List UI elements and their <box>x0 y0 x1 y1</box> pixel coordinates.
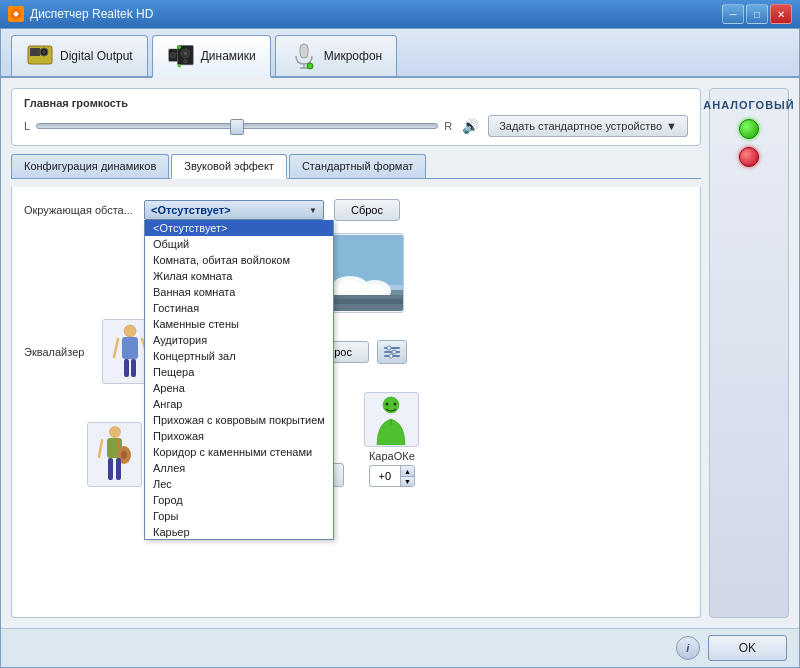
karaoke-section: КараОКе +0 ▲ ▼ <box>364 392 419 487</box>
dropdown-item-5[interactable]: Гостиная <box>145 300 333 316</box>
dropdown-item-18[interactable]: Горы <box>145 508 333 524</box>
karaoke-label: КараОКе <box>369 450 415 462</box>
led-green <box>739 119 759 139</box>
tab-digital-output[interactable]: Digital Output <box>11 35 148 76</box>
dropdown-value: <Отсутствует> <box>151 204 231 216</box>
tab-sound-effect[interactable]: Звуковой эффект <box>171 154 287 179</box>
mic-icon <box>290 42 318 70</box>
svg-rect-13 <box>300 44 308 58</box>
analog-panel: АНАЛОГОВЫЙ <box>709 88 789 618</box>
volume-section: Главная громкость L R 🔊 Задать стандартн… <box>11 88 701 146</box>
dropdown-item-9[interactable]: Пещера <box>145 364 333 380</box>
dropdown-item-19[interactable]: Карьер <box>145 524 333 540</box>
svg-point-29 <box>124 325 136 337</box>
tab-std-format[interactable]: Стандартный формат <box>289 154 426 178</box>
volume-label: Главная громкость <box>24 97 688 109</box>
main-window: Digital Output Динамики <box>0 28 800 668</box>
spin-up-button[interactable]: ▲ <box>400 466 414 476</box>
info-button[interactable]: i <box>676 636 700 660</box>
dropdown-item-2[interactable]: Комната, обитая войлоком <box>145 252 333 268</box>
dropdown-item-8[interactable]: Концертный зал <box>145 348 333 364</box>
svg-rect-62 <box>116 458 121 480</box>
svg-point-8 <box>183 52 187 56</box>
slider-thumb[interactable] <box>230 119 244 135</box>
titlebar: Диспетчер Realtek HD ─ □ ✕ <box>0 0 800 28</box>
dropdown-item-15[interactable]: Аллея <box>145 460 333 476</box>
maximize-button[interactable]: □ <box>746 4 768 24</box>
dropdown-item-1[interactable]: Общий <box>145 236 333 252</box>
spin-down-button[interactable]: ▼ <box>400 476 414 486</box>
svg-rect-21 <box>325 235 403 285</box>
app-icon <box>8 6 24 22</box>
content-area: Главная громкость L R 🔊 Задать стандартн… <box>1 78 799 628</box>
dropdown-item-13[interactable]: Прихожая <box>145 428 333 444</box>
dropdown-item-14[interactable]: Коридор с каменными стенами <box>145 444 333 460</box>
main-panel: Главная громкость L R 🔊 Задать стандартн… <box>11 88 701 618</box>
tab-speaker-config[interactable]: Конфигурация динамиков <box>11 154 169 178</box>
minimize-button[interactable]: ─ <box>722 4 744 24</box>
svg-rect-61 <box>108 458 113 480</box>
dropdown-item-12[interactable]: Прихожая с ковровым покрытием <box>145 412 333 428</box>
inner-tab-bar: Конфигурация динамиков Звуковой эффект С… <box>11 154 701 179</box>
tab-speakers[interactable]: Динамики <box>152 35 271 78</box>
dropdown-item-7[interactable]: Аудитория <box>145 332 333 348</box>
dropdown-item-17[interactable]: Город <box>145 492 333 508</box>
speakers-icon <box>167 42 195 70</box>
env-dropdown[interactable]: <Отсутствует> ▼ <box>144 200 324 220</box>
tab-digital-label: Digital Output <box>60 49 133 63</box>
svg-rect-28 <box>325 299 403 304</box>
env-dropdown-menu[interactable]: <Отсутствует> Общий Комната, обитая войл… <box>144 220 334 540</box>
opera-house-icon <box>324 233 404 313</box>
top-tab-bar: Digital Output Динамики <box>1 29 799 78</box>
eq-settings-button[interactable] <box>377 340 407 364</box>
svg-point-53 <box>392 350 396 354</box>
spin-buttons: ▲ ▼ <box>400 466 414 486</box>
svg-point-16 <box>307 63 313 69</box>
dropdown-arrow-icon: ▼ <box>666 120 677 132</box>
svg-point-58 <box>121 451 127 459</box>
window-title: Диспетчер Realtek HD <box>30 7 722 21</box>
dropdown-item-11[interactable]: Ангар <box>145 396 333 412</box>
dropdown-item-6[interactable]: Каменные стены <box>145 316 333 332</box>
volume-row: L R 🔊 Задать стандартное устройство ▼ <box>24 115 688 137</box>
dropdown-item-16[interactable]: Лес <box>145 476 333 492</box>
karaoke-value: +0 <box>370 468 400 484</box>
tab-mic[interactable]: Микрофон <box>275 35 397 76</box>
volume-slider[interactable] <box>36 123 438 129</box>
svg-rect-33 <box>124 359 129 377</box>
dropdown-item-4[interactable]: Ванная комната <box>145 284 333 300</box>
karaoke-spinbox[interactable]: +0 ▲ ▼ <box>369 465 415 487</box>
svg-line-60 <box>99 440 102 457</box>
svg-point-11 <box>177 46 181 50</box>
ok-button[interactable]: OK <box>708 635 787 661</box>
std-device-button[interactable]: Задать стандартное устройство ▼ <box>488 115 688 137</box>
svg-point-9 <box>183 60 187 64</box>
analog-label: АНАЛОГОВЫЙ <box>703 99 795 111</box>
svg-point-4 <box>42 50 46 54</box>
dropdown-item-3[interactable]: Жилая комната <box>145 268 333 284</box>
effects-panel: Окружающая обста... <Отсутствует> ▼ <Отс… <box>11 187 701 618</box>
svg-rect-34 <box>131 359 136 377</box>
close-button[interactable]: ✕ <box>770 4 792 24</box>
window-controls: ─ □ ✕ <box>722 4 792 24</box>
svg-line-31 <box>114 339 118 357</box>
svg-point-64 <box>386 402 389 405</box>
vol-right-label: R <box>444 120 452 132</box>
svg-point-55 <box>109 426 120 437</box>
speaker-icon: 🔊 <box>458 116 482 136</box>
svg-rect-30 <box>122 337 138 359</box>
svg-point-12 <box>177 64 181 68</box>
svg-point-10 <box>170 53 175 58</box>
vol-left-label: L <box>24 120 30 132</box>
svg-point-54 <box>389 354 393 358</box>
eq-label: Эквалайзер <box>24 346 94 358</box>
tab-mic-label: Микрофон <box>324 49 382 63</box>
eq-section: Эквалайзер <box>24 319 688 384</box>
dropdown-item-0[interactable]: <Отсутствует> <box>145 220 333 236</box>
reset-button[interactable]: Сброс <box>334 199 400 221</box>
env-label: Окружающая обста... <box>24 204 134 216</box>
eq-person2-icon <box>87 422 142 487</box>
dropdown-item-10[interactable]: Арена <box>145 380 333 396</box>
bottom-bar: i OK <box>1 628 799 667</box>
svg-point-65 <box>394 402 397 405</box>
